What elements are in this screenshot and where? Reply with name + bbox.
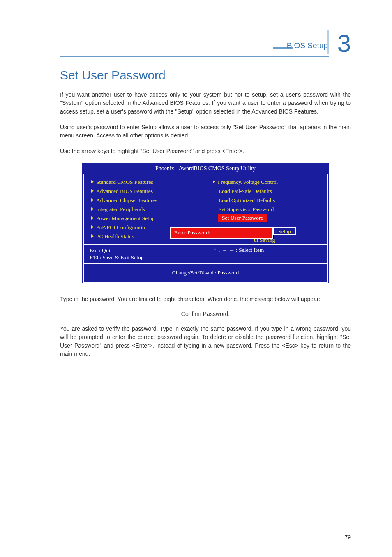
menu-load-optimized: Load Optimized Defaults	[213, 196, 321, 205]
hint-f10-save: F10 : Save & Exit Setup	[90, 254, 197, 261]
submenu-arrow-icon	[91, 207, 94, 211]
submenu-arrow-icon	[91, 216, 94, 220]
header-rule	[60, 56, 329, 57]
body-paragraph-4: Type in the password. You are limited to…	[60, 295, 351, 303]
bios-screenshot: Phoenix - AwardBIOS CMOS Setup Utility S…	[82, 163, 329, 283]
body-paragraph-1: If you want another user to have access …	[60, 91, 351, 116]
menu-label: Advanced Chipset Features	[96, 197, 157, 203]
menu-advanced-chipset: Advanced Chipset Features	[91, 196, 200, 205]
enter-password-dialog: Enter Password:	[170, 227, 273, 239]
menu-label: Power Management Setup	[96, 215, 154, 221]
confirm-password-message: Confirm Password:	[60, 311, 351, 317]
submenu-arrow-icon	[91, 198, 94, 202]
header-divider	[327, 30, 329, 54]
menu-label: Standard CMOS Features	[96, 179, 153, 185]
chapter-number: 3	[337, 29, 351, 58]
menu-advanced-bios: Advanced BIOS Features	[91, 187, 200, 196]
page-number: 79	[344, 534, 351, 541]
body-paragraph-2: Using user's password to enter Setup all…	[60, 123, 351, 140]
submenu-arrow-icon	[91, 234, 94, 238]
section-title: Set User Password	[60, 68, 351, 82]
menu-load-failsafe: Load Fail-Safe Defaults	[213, 187, 321, 196]
menu-label: Integrated Peripherals	[96, 206, 145, 212]
menu-frequency-voltage: Frequency/Voltage Control	[213, 178, 321, 187]
body-paragraph-3: Use the arrow keys to highlight "Set Use…	[60, 147, 351, 155]
bios-title-bar: Phoenix - AwardBIOS CMOS Setup Utility	[83, 164, 328, 174]
submenu-arrow-icon	[91, 180, 94, 183]
menu-set-user-password-highlighted: Set User Password	[218, 214, 267, 222]
menu-standard-cmos: Standard CMOS Features	[91, 178, 200, 187]
menu-label: PnP/PCI Configuratio	[96, 224, 145, 230]
menu-label: Advanced BIOS Features	[96, 188, 153, 194]
hint-arrow-nav: ↑ ↓ → ← : Select Item	[197, 247, 321, 261]
menu-label: PC Health Status	[96, 233, 134, 239]
bios-main-area: Standard CMOS Features Advanced BIOS Fea…	[83, 174, 328, 244]
menu-label: Frequency/Voltage Control	[218, 179, 278, 185]
bios-item-help: Change/Set/Disable Password	[83, 263, 328, 283]
bios-key-hints: Esc : Quit F10 : Save & Exit Setup ↑ ↓ →…	[83, 244, 328, 263]
submenu-arrow-icon	[91, 189, 94, 193]
hint-esc-quit: Esc : Quit	[90, 247, 197, 254]
menu-integrated-peripherals: Integrated Peripherals	[91, 205, 200, 214]
page-header: BIOS Setup 3	[60, 25, 351, 53]
submenu-arrow-icon	[91, 225, 94, 229]
header-section-label: BIOS Setup	[287, 41, 328, 50]
partial-save-exit-setup: t Setup	[273, 227, 296, 235]
menu-power-management: Power Management Setup	[91, 214, 200, 223]
body-paragraph-5: You are asked to verify the password. Ty…	[60, 325, 351, 358]
menu-set-supervisor-password: Set Supervisor Password	[213, 205, 321, 214]
submenu-arrow-icon	[213, 180, 215, 183]
